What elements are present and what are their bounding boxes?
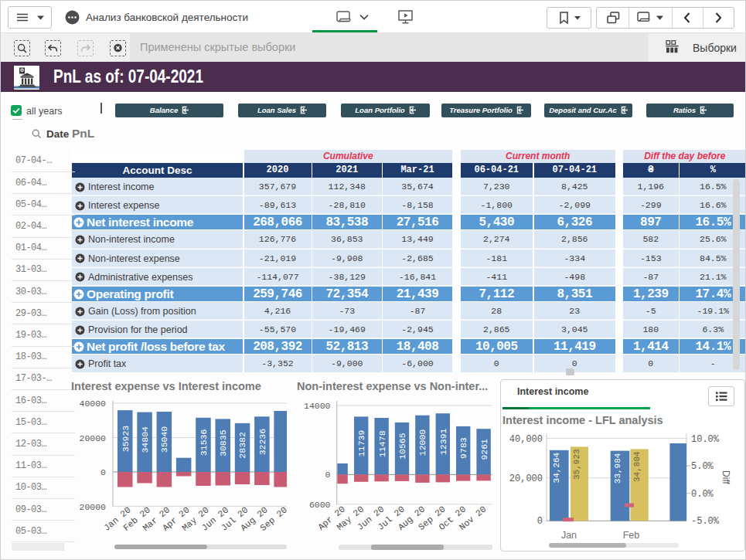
svg-text:5.0%: 5.0% <box>691 461 714 472</box>
svg-text:12000: 12000 <box>417 429 428 456</box>
svg-text:12391: 12391 <box>438 428 448 455</box>
svg-text:35923: 35923 <box>121 426 131 453</box>
svg-text:11739: 11739 <box>356 430 366 457</box>
svg-text:0: 0 <box>537 516 543 527</box>
svg-text:20,000: 20,000 <box>509 473 543 484</box>
svg-text:28382: 28382 <box>238 432 248 459</box>
svg-text:30835: 30835 <box>218 429 228 456</box>
svg-text:34,264: 34,264 <box>552 452 561 483</box>
svg-text:Feb: Feb <box>623 530 640 541</box>
svg-text:33,984: 33,984 <box>613 453 622 484</box>
svg-text:35,923: 35,923 <box>573 449 582 480</box>
svg-text:20000: 20000 <box>79 433 106 443</box>
svg-text:6000: 6000 <box>309 500 331 510</box>
svg-text:31536: 31536 <box>199 429 209 456</box>
svg-text:0: 0 <box>325 470 331 480</box>
svg-text:0.0%: 0.0% <box>691 489 714 500</box>
svg-text:40,000: 40,000 <box>509 434 543 445</box>
svg-text:9261: 9261 <box>479 439 489 460</box>
svg-text:14000: 14000 <box>304 401 331 411</box>
svg-text:Jan: Jan <box>561 530 577 541</box>
svg-text:35040: 35040 <box>159 426 169 453</box>
svg-text:10565: 10565 <box>397 433 407 460</box>
svg-text:32236: 32236 <box>257 429 267 456</box>
svg-text:0: 0 <box>100 467 106 477</box>
svg-text:34804: 34804 <box>140 426 150 453</box>
svg-text:Non-interest expense vs Non-in: Non-interest expense vs Non-inter... <box>297 380 488 392</box>
svg-text:Diff: Diff <box>720 470 731 484</box>
svg-text:11478: 11478 <box>377 430 387 457</box>
svg-text:-5.0%: -5.0% <box>691 516 720 527</box>
svg-text:Interest expense vs Interest i: Interest expense vs Interest income <box>71 380 261 392</box>
svg-text:34,804: 34,804 <box>632 451 642 482</box>
svg-text:20000: 20000 <box>79 502 106 512</box>
svg-text:10.0%: 10.0% <box>691 434 720 445</box>
svg-text:9783: 9783 <box>458 437 468 459</box>
svg-text:40000: 40000 <box>79 399 106 409</box>
